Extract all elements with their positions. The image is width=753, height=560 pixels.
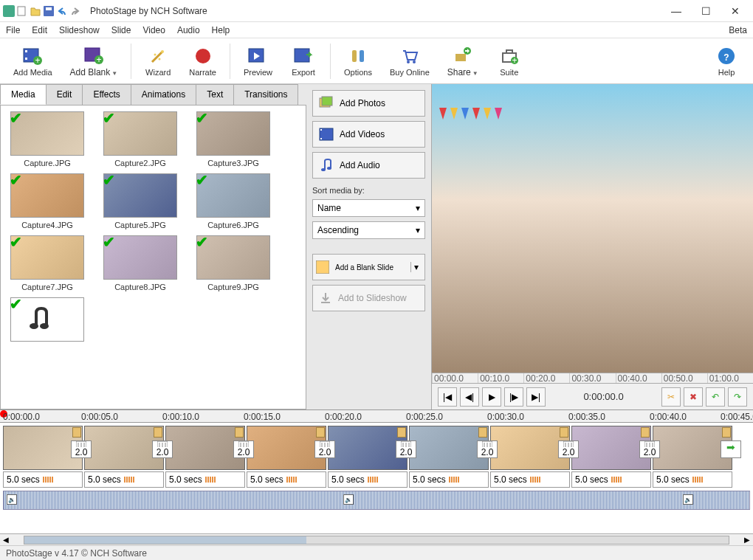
media-thumb[interactable]: ✔Capture9.JPG (193, 235, 274, 291)
skip-start-button[interactable]: |◀ (438, 387, 457, 407)
timeline-clip[interactable]: 2.05.0 secs (3, 426, 83, 486)
audio-track[interactable]: 🔉 🔉 🔉 (3, 491, 750, 510)
timeline-clip[interactable]: ➡5.0 secs (653, 426, 732, 486)
timeline-clip[interactable]: 2.05.0 secs (571, 426, 651, 486)
close-button[interactable]: ✕ (721, 1, 750, 21)
menu-edit[interactable]: Edit (32, 25, 47, 35)
scroll-right-arrow[interactable]: ▶ (741, 536, 753, 544)
transition-marker[interactable]: ➡ (721, 440, 741, 458)
cut-button[interactable]: ✂ (661, 387, 681, 407)
transition-marker[interactable]: 2.0 (152, 440, 173, 458)
tab-transitions[interactable]: Transitions (233, 84, 298, 105)
clip-duration: 5.0 secs (3, 471, 83, 488)
sort-order-select[interactable]: Ascending▾ (312, 221, 425, 239)
skip-end-button[interactable]: ▶| (526, 387, 546, 407)
preview-panel: 00:00.000:10.000:20.000:30.000:40.000:50… (432, 84, 753, 409)
check-icon: ✔ (196, 171, 208, 189)
share-button[interactable]: Share▼ (440, 44, 486, 79)
menu-file[interactable]: File (6, 25, 20, 35)
add-media-button[interactable]: + Add Media (6, 44, 60, 78)
toolbar: + Add Media + Add Blank▼ Wizard Narrate … (0, 38, 753, 84)
help-button[interactable]: ? Help (706, 44, 747, 78)
svg-point-33 (40, 323, 49, 329)
undo-playback-button[interactable]: ↶ (706, 387, 725, 407)
clip-marker (722, 427, 731, 438)
redo-icon[interactable] (69, 5, 81, 17)
add-to-slideshow-label: Add to Slideshow (338, 293, 407, 303)
tab-animations[interactable]: Animations (131, 84, 196, 105)
media-thumb-audio[interactable]: ✔ (7, 297, 88, 345)
add-blank-icon: + (83, 45, 104, 66)
titlebar: PhotoStage by NCH Software — ☐ ✕ (0, 0, 753, 22)
speaker-icon[interactable]: 🔉 (343, 494, 354, 505)
media-thumb[interactable]: ✔Capture5.JPG (100, 173, 181, 229)
svg-marker-43 (450, 108, 458, 120)
speaker-icon[interactable]: 🔉 (7, 494, 17, 505)
speaker-icon[interactable]: 🔉 (683, 494, 693, 505)
scrollbar-thumb[interactable] (24, 536, 306, 544)
timeline-clip[interactable]: 2.05.0 secs (84, 426, 164, 486)
media-thumb[interactable]: ✔Capture3.JPG (193, 111, 274, 167)
redo-playback-button[interactable]: ↷ (728, 387, 747, 407)
new-icon[interactable] (16, 5, 28, 17)
menu-video[interactable]: Video (142, 25, 165, 35)
clip-marker (154, 427, 162, 438)
transition-marker[interactable]: 2.0 (639, 440, 660, 458)
narrate-button[interactable]: Narrate (182, 44, 224, 78)
undo-icon[interactable] (56, 5, 68, 17)
timeline-clip[interactable]: 2.05.0 secs (165, 426, 245, 486)
play-button[interactable]: ▶ (482, 387, 501, 407)
scroll-left-arrow[interactable]: ◀ (0, 536, 12, 544)
options-button[interactable]: Options (337, 44, 379, 78)
open-icon[interactable] (30, 5, 41, 17)
tab-effects[interactable]: Effects (82, 84, 131, 105)
add-media-label: Add Media (13, 68, 52, 77)
transition-marker[interactable]: 2.0 (233, 440, 254, 458)
add-to-slideshow-button[interactable]: Add to Slideshow (312, 285, 425, 311)
timeline-clip[interactable]: 2.05.0 secs (328, 426, 408, 486)
timeline-clip[interactable]: 2.05.0 secs (409, 426, 489, 486)
transition-marker[interactable]: 2.0 (314, 440, 335, 458)
menu-slide[interactable]: Slide (111, 25, 131, 35)
suite-button[interactable]: + Suite (489, 44, 530, 78)
transition-marker[interactable]: 2.0 (396, 440, 416, 458)
add-photos-button[interactable]: Add Photos (312, 90, 425, 117)
timeline[interactable]: 2.05.0 secs2.05.0 secs2.05.0 secs2.05.0 … (0, 423, 753, 533)
media-thumb[interactable]: ✔Capture4.JPG (7, 173, 88, 229)
menu-audio[interactable]: Audio (177, 25, 200, 35)
timeline-clip[interactable]: 2.05.0 secs (490, 426, 570, 486)
clip-marker (478, 427, 487, 438)
save-icon[interactable] (43, 5, 55, 17)
preview-button[interactable]: Preview (236, 44, 280, 78)
sort-field-select[interactable]: Name▾ (312, 199, 425, 217)
media-thumb[interactable]: ✔Capture2.JPG (100, 111, 181, 167)
tab-media[interactable]: Media (0, 84, 47, 105)
media-thumb[interactable]: ✔Capture7.JPG (7, 235, 88, 291)
export-button[interactable]: Export (283, 44, 324, 78)
delete-button[interactable]: ✖ (684, 387, 703, 407)
transition-marker[interactable]: 2.0 (558, 440, 579, 458)
svg-point-40 (327, 167, 331, 170)
media-thumb[interactable]: ✔Capture6.JPG (193, 173, 274, 229)
menu-help[interactable]: Help (212, 25, 230, 35)
timeline-clip[interactable]: 2.05.0 secs (247, 426, 326, 486)
transition-marker[interactable]: 2.0 (477, 440, 498, 458)
minimize-button[interactable]: — (661, 1, 691, 21)
buy-online-button[interactable]: Buy Online (382, 44, 437, 78)
add-audio-button[interactable]: Add Audio (312, 152, 425, 179)
menu-slideshow[interactable]: Slideshow (59, 25, 100, 35)
maximize-button[interactable]: ☐ (691, 1, 721, 21)
add-videos-button[interactable]: Add Videos (312, 121, 425, 148)
tab-edit[interactable]: Edit (46, 84, 83, 105)
add-blank-button[interactable]: + Add Blank▼ (63, 44, 126, 79)
timeline-scrollbar[interactable]: ◀ ▶ (0, 533, 753, 545)
transition-marker[interactable]: 2.0 (71, 440, 92, 458)
wizard-button[interactable]: Wizard (137, 44, 179, 78)
media-thumb[interactable]: ✔Capture.JPG (7, 111, 88, 167)
tab-text[interactable]: Text (196, 84, 234, 105)
media-thumb[interactable]: ✔Capture8.JPG (100, 235, 181, 291)
step-forward-button[interactable]: |▶ (504, 387, 523, 407)
step-back-button[interactable]: ◀| (460, 387, 479, 407)
timeline-ruler[interactable]: 0:00:00.0 0:00:05.0 0:00:10.0 0:00:15.0 … (0, 409, 753, 423)
add-blank-slide-button[interactable]: Add a Blank Slide ▾ (312, 254, 425, 280)
